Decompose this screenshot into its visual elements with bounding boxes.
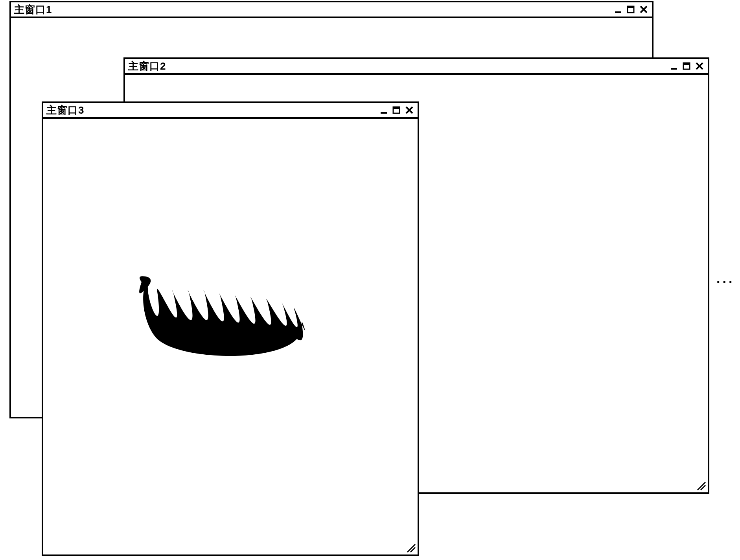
drawing-scribble [134,268,315,370]
titlebar-3[interactable]: 主窗口3 [43,103,418,119]
window-3-body[interactable] [43,119,418,554]
svg-rect-14 [393,107,399,109]
svg-rect-2 [628,6,634,8]
close-icon[interactable] [639,4,649,15]
minimize-icon[interactable] [379,105,389,115]
svg-rect-12 [381,112,387,114]
close-icon[interactable] [404,105,414,115]
maximize-icon[interactable] [392,105,402,115]
resize-grip-icon[interactable] [405,542,416,553]
maximize-icon[interactable] [626,4,636,15]
titlebar-2[interactable]: 主窗口2 [125,59,708,75]
svg-rect-0 [615,11,621,13]
more-windows-ellipsis: ... [716,271,734,286]
close-icon[interactable] [694,61,705,71]
window-2-title: 主窗口2 [128,59,166,73]
titlebar-1[interactable]: 主窗口1 [11,2,652,18]
window-3-controls [379,105,414,115]
svg-rect-7 [683,63,690,65]
svg-rect-5 [671,68,677,70]
window-3[interactable]: 主窗口3 [42,101,419,556]
window-1-controls [613,4,649,15]
maximize-icon[interactable] [682,61,692,71]
resize-grip-icon[interactable] [695,480,706,491]
window-1-title: 主窗口1 [14,3,52,17]
window-3-title: 主窗口3 [46,103,84,117]
minimize-icon[interactable] [613,4,624,15]
window-2-controls [669,61,705,71]
minimize-icon[interactable] [669,61,679,71]
diagram-canvas: 主窗口1 主窗口2 [0,0,740,560]
